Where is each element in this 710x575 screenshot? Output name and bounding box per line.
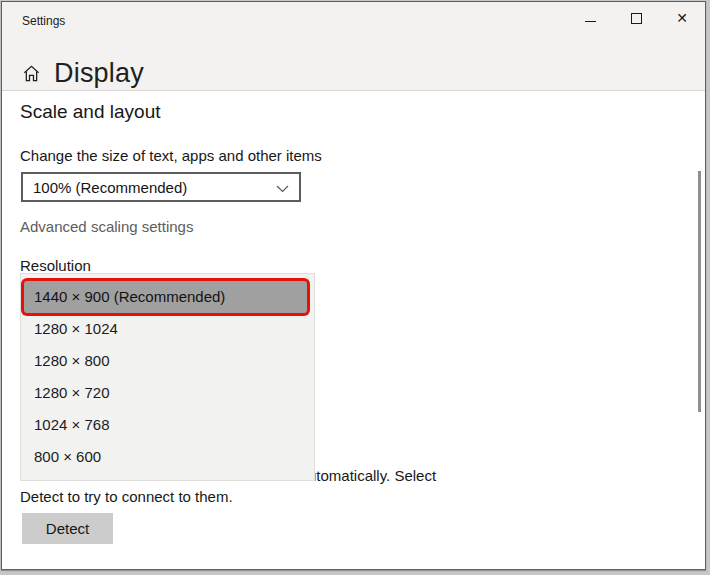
scale-dropdown-value: 100% (Recommended) [33, 179, 187, 196]
detect-paragraph-line2: Detect to try to connect to them. [20, 488, 233, 505]
page-title: Display [54, 58, 144, 89]
resolution-label: Resolution [20, 257, 91, 274]
resolution-option-1280x800[interactable]: 1280 × 800 [21, 345, 314, 377]
section-heading-scale-and-layout: Scale and layout [20, 101, 161, 123]
content-area: Scale and layout Change the size of text… [2, 92, 705, 569]
settings-window: Settings ✕ Display Scale and layout [1, 1, 706, 570]
advanced-scaling-settings-link[interactable]: Advanced scaling settings [20, 218, 193, 235]
close-button[interactable]: ✕ [659, 2, 705, 34]
close-icon: ✕ [676, 11, 688, 25]
detect-button[interactable]: Detect [22, 513, 113, 544]
home-icon[interactable] [22, 64, 41, 83]
caption-buttons: ✕ [567, 2, 705, 34]
detect-paragraph-fragment: utomatically. Select [308, 467, 436, 484]
scale-dropdown[interactable]: 100% (Recommended) [21, 172, 301, 202]
resolution-option-1440x900[interactable]: 1440 × 900 (Recommended) [24, 281, 307, 313]
resolution-option-1280x1024[interactable]: 1280 × 1024 [21, 313, 314, 345]
minimize-icon [585, 21, 596, 22]
minimize-button[interactable] [567, 2, 613, 34]
resolution-dropdown-list: 1440 × 900 (Recommended) 1280 × 1024 128… [20, 273, 315, 481]
page-title-row: Display [22, 58, 144, 89]
scale-size-label: Change the size of text, apps and other … [20, 147, 322, 164]
window-header: Settings ✕ Display [2, 2, 705, 91]
window-title: Settings [22, 14, 65, 28]
resolution-option-1024x768[interactable]: 1024 × 768 [21, 409, 314, 441]
chevron-down-icon [276, 179, 289, 196]
maximize-icon [631, 13, 642, 24]
maximize-button[interactable] [613, 2, 659, 34]
resolution-option-1280x720[interactable]: 1280 × 720 [21, 377, 314, 409]
resolution-option-800x600[interactable]: 800 × 600 [21, 441, 314, 473]
vertical-scrollbar-thumb[interactable] [698, 171, 701, 412]
